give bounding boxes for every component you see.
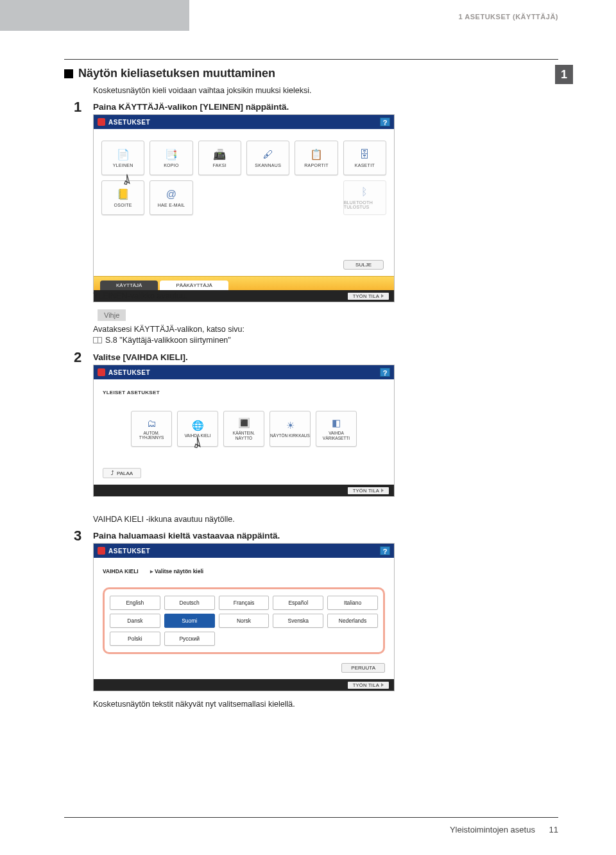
- step1-text: Paina KÄYTTÄJÄ-valikon [YLEINEN] näppäin…: [93, 102, 289, 112]
- status-button[interactable]: TYÖN TILA: [348, 487, 389, 494]
- screen3-heading: VAIHDA KIELI ▸ Valitse näytön kieli: [94, 558, 394, 583]
- lang-btn-nederlands[interactable]: Nederlands: [327, 614, 378, 628]
- blank-space: [101, 215, 386, 260]
- titlebar-text: ASETUKSET: [108, 119, 150, 126]
- btn-kaantein-naytto[interactable]: 🔳KÄÄNTEIN. NÄYTTÖ: [223, 411, 264, 447]
- screen3-subtitle-wrap: ▸ Valitse näytön kieli: [150, 568, 203, 574]
- footer-page: 11: [549, 825, 558, 834]
- status-button[interactable]: TYÖN TILA: [348, 682, 389, 689]
- chapter-tab: 1: [555, 65, 573, 84]
- btn-kopio[interactable]: 📑KOPIO: [150, 141, 193, 175]
- intro-text: Kosketusnäytön kieli voidaan vaihtaa jok…: [93, 86, 311, 95]
- btn-vaihda-varikasetti[interactable]: ◧VAIHDA VÄRIKASETTI: [316, 411, 357, 447]
- back-button[interactable]: ⤴ PALAA: [103, 468, 141, 478]
- help-icon[interactable]: ?: [380, 117, 390, 126]
- top-rule: [64, 59, 558, 60]
- lang-btn-suomi[interactable]: Suomi: [164, 614, 215, 628]
- fax-icon: 📠: [213, 148, 226, 160]
- screen1-row2: 📒OSOITE @HAE E-MAIL ᛒBLUETOOTH TULOSTUS: [101, 180, 386, 215]
- status-text: TYÖN TILA: [353, 488, 379, 494]
- triangle-icon: [381, 488, 384, 492]
- lang-btn-english[interactable]: English: [110, 596, 160, 610]
- app-icon: [98, 547, 105, 555]
- screen1-titlebar: ASETUKSET ?: [94, 115, 394, 129]
- btn-raportit[interactable]: 📋RAPORTIT: [295, 141, 338, 175]
- status-button[interactable]: TYÖN TILA: [348, 293, 389, 300]
- calendar-icon: 🗂: [147, 418, 157, 429]
- invert-icon: 🔳: [238, 417, 250, 429]
- report-icon: 📋: [310, 148, 323, 160]
- btn-vaihda-kieli[interactable]: 🌐 VAIHDA KIELI: [177, 411, 218, 447]
- screen1-body: 📄 YLEINEN 📑KOPIO 📠FAKSI 🖋SKANNAUS 📋RAPOR…: [94, 129, 394, 276]
- lbl: BLUETOOTH TULOSTUS: [344, 200, 386, 209]
- step3-number: 3: [74, 528, 81, 544]
- close-button[interactable]: SULJE: [343, 260, 384, 270]
- at-icon: @: [166, 189, 176, 200]
- btn-bluetooth: ᛒBLUETOOTH TULOSTUS: [343, 180, 386, 215]
- lbl: HAE E-MAIL: [158, 203, 185, 207]
- btn-faksi[interactable]: 📠FAKSI: [198, 141, 241, 175]
- lbl: SKANNAUS: [255, 163, 281, 168]
- lang-btn-français[interactable]: Français: [219, 596, 270, 610]
- titlebar-text: ASETUKSET: [108, 369, 150, 376]
- screen2-subtitle: YLEISET ASETUKSET: [94, 379, 394, 408]
- toner-icon: ◧: [332, 417, 341, 429]
- bluetooth-icon: ᛒ: [361, 186, 368, 198]
- triangle-icon: [381, 683, 384, 687]
- step2-text: Valitse [VAIHDA KIELI].: [93, 352, 188, 362]
- tab-kayttaja[interactable]: KÄYTTÄJÄ: [100, 281, 158, 290]
- lang-btn-norsk[interactable]: Norsk: [219, 614, 270, 628]
- lbl: KOPIO: [164, 163, 179, 168]
- lang-btn-svenska[interactable]: Svenska: [273, 614, 323, 628]
- doc-icon: 📄: [117, 148, 130, 160]
- after-step3: Kosketusnäytön tekstit näkyvät nyt valit…: [93, 700, 295, 709]
- help-icon[interactable]: ?: [380, 368, 390, 377]
- screen2-statusbar: TYÖN TILA: [94, 485, 394, 496]
- cancel-button[interactable]: PERUUTA: [341, 663, 385, 673]
- language-frame: EnglishDeutschFrançaisEspañolItalianoDan…: [103, 587, 385, 654]
- screen1-tabbar: KÄYTTÄJÄ PÄÄKÄYTTÄJÄ: [94, 276, 394, 290]
- lang-btn-italiano[interactable]: Italiano: [327, 596, 378, 610]
- lang-btn-deutsch[interactable]: Deutsch: [164, 596, 215, 610]
- book-icon: [93, 337, 102, 343]
- globe-icon: 🌐: [192, 420, 204, 431]
- help-icon[interactable]: ?: [380, 546, 390, 555]
- lbl: FAKSI: [213, 163, 227, 168]
- status-text: TYÖN TILA: [353, 293, 379, 299]
- arrow-icon: ▸: [150, 568, 153, 574]
- screen1-panel: ASETUKSET ? 📄 YLEINEN 📑KOPIO 📠FAKSI 🖋SKA…: [93, 114, 395, 302]
- section-heading: Näytön kieliasetuksen muuttaminen: [64, 67, 275, 80]
- btn-osoite[interactable]: 📒OSOITE: [101, 180, 144, 215]
- screen3-title: VAIHDA KIELI: [103, 568, 139, 574]
- lang-btn-español[interactable]: Español: [273, 596, 323, 610]
- screen2-titlebar: ASETUKSET ?: [94, 365, 394, 379]
- btn-yleinen-label: YLEINEN: [113, 163, 133, 168]
- app-icon: [98, 118, 105, 126]
- triangle-icon: [381, 294, 384, 298]
- btn-nayton-kirkkaus[interactable]: ☀NÄYTÖN KIRKKAUS: [270, 411, 311, 447]
- screen2-grid: 🗂AUTOM. TYHJENNYS 🌐 VAIHDA KIELI 🔳KÄÄNTE…: [94, 408, 394, 466]
- language-grid: EnglishDeutschFrançaisEspañolItalianoDan…: [110, 596, 378, 646]
- tab-paakayttaja[interactable]: PÄÄKÄYTTÄJÄ: [160, 281, 228, 290]
- up-arrow-icon: ⤴: [111, 470, 114, 476]
- btn-skannaus[interactable]: 🖋SKANNAUS: [246, 141, 289, 175]
- square-bullet-icon: [64, 69, 73, 78]
- brightness-icon: ☀: [286, 420, 295, 431]
- btn-kasetit[interactable]: 🗄KASETIT: [343, 141, 386, 175]
- lang-btn-русский[interactable]: Русский: [164, 632, 215, 646]
- screen1-bottom: SULJE: [101, 260, 386, 270]
- btn-autom-tyhjennys[interactable]: 🗂AUTOM. TYHJENNYS: [131, 411, 172, 447]
- titlebar-left: ASETUKSET: [98, 368, 150, 376]
- screen2-body: YLEISET ASETUKSET 🗂AUTOM. TYHJENNYS 🌐 VA…: [94, 379, 394, 485]
- section-title-text: Näytön kieliasetuksen muuttaminen: [78, 67, 275, 80]
- hint-ref: S.8 "Käyttäjä-valikkoon siirtyminen": [105, 336, 231, 345]
- copy-icon: 📑: [165, 148, 178, 160]
- step1-number: 1: [74, 99, 81, 116]
- btn-yleinen[interactable]: 📄 YLEINEN: [101, 141, 144, 175]
- lang-btn-polski[interactable]: Polski: [110, 632, 160, 646]
- top-grey-bar: [0, 0, 189, 31]
- lang-btn-dansk[interactable]: Dansk: [110, 614, 160, 628]
- hint-text-1: Avataksesi KÄYTTÄJÄ-valikon, katso sivu:: [93, 325, 244, 334]
- btn-hae-email[interactable]: @HAE E-MAIL: [150, 180, 193, 215]
- step3-text: Paina haluamaasi kieltä vastaavaa näppäi…: [93, 531, 280, 540]
